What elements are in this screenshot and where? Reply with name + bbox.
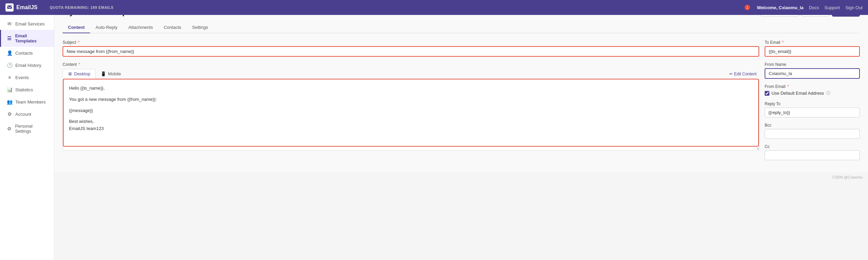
- welcome-text: Welcome, Cxiaomu_la: [757, 5, 803, 10]
- sidebar-label-events: Events: [15, 75, 29, 80]
- main-content: My Default Template ⬡ Playground ✉ Test …: [54, 0, 868, 172]
- content-required: *: [79, 62, 80, 67]
- info-icon[interactable]: ⓘ: [826, 90, 830, 96]
- edit-content-button[interactable]: ✏ Edit Content: [727, 70, 759, 78]
- content-area: Subject * Content * 🖥 Desktop: [63, 40, 860, 166]
- from-email-required: *: [787, 84, 789, 89]
- personal-settings-icon: ⚙: [6, 126, 12, 131]
- editor-tab-bar: 🖥 Desktop 📱 Mobile ✏ Edit Content: [63, 69, 759, 79]
- top-navigation: EmailJS QUOTA REMAINING: 189 EMAILS 1 We…: [0, 0, 868, 15]
- use-default-email-row: Use Default Email Address ⓘ: [765, 90, 860, 96]
- desktop-label: Desktop: [74, 71, 90, 76]
- template-tabs: Content Auto-Reply Attachments Contacts …: [63, 22, 860, 33]
- sidebar-label-account: Account: [15, 112, 31, 117]
- tab-auto-reply[interactable]: Auto-Reply: [90, 22, 123, 33]
- sidebar-label-personal-settings: Personal Settings: [15, 124, 49, 134]
- support-link[interactable]: Support: [824, 5, 840, 10]
- to-email-input[interactable]: [765, 46, 860, 57]
- email-preview[interactable]: Hello {{to_name}}, You got a new message…: [63, 79, 759, 147]
- account-icon: ⚙: [6, 111, 13, 117]
- resize-handle[interactable]: ⇲: [63, 147, 759, 150]
- preview-line-3: {{message}}: [69, 107, 753, 114]
- sidebar-item-events[interactable]: ≡ Events: [0, 71, 54, 83]
- right-panel: To Email * From Name From Email * Use De…: [765, 40, 860, 166]
- sidebar-label-team-members: Team Members: [15, 99, 46, 105]
- subject-field-group: Subject *: [63, 40, 759, 57]
- editor-section: Subject * Content * 🖥 Desktop: [63, 40, 759, 166]
- sidebar-item-contacts[interactable]: 👤 Contacts: [0, 47, 54, 59]
- editor-tab-mobile[interactable]: 📱 Mobile: [96, 69, 126, 79]
- footer: CSDN @Cxiaomu: [0, 172, 868, 182]
- sidebar-item-statistics[interactable]: 📊 Statistics: [0, 83, 54, 96]
- events-icon: ≡: [6, 75, 13, 80]
- notification-badge[interactable]: 1: [745, 5, 750, 10]
- signout-link[interactable]: Sign Out: [845, 5, 863, 10]
- tab-settings[interactable]: Settings: [187, 22, 214, 33]
- cc-field: Cc: [765, 144, 860, 160]
- sidebar-label-email-history: Email History: [15, 63, 41, 68]
- preview-line-1: Hello {{to_name}},: [69, 85, 753, 92]
- username: Cxiaomu_la: [779, 5, 803, 10]
- email-services-icon: ✉: [6, 21, 13, 26]
- sidebar-item-account[interactable]: ⚙ Account: [0, 108, 54, 120]
- tab-content[interactable]: Content: [63, 22, 90, 33]
- use-default-checkbox[interactable]: [765, 91, 769, 96]
- mobile-icon: 📱: [101, 71, 106, 76]
- quota-text: QUOTA REMAINING: 189 EMAILS: [50, 5, 114, 10]
- cc-input[interactable]: [765, 150, 860, 160]
- statistics-icon: 📊: [6, 87, 13, 92]
- sidebar-label-email-services: Email Services: [15, 21, 45, 26]
- sidebar-label-contacts: Contacts: [15, 51, 33, 56]
- reply-to-field: Reply To: [765, 101, 860, 117]
- tab-attachments[interactable]: Attachments: [123, 22, 158, 33]
- bcc-field: Bcc: [765, 123, 860, 139]
- to-email-required: *: [782, 40, 784, 45]
- logo: EmailJS: [5, 3, 37, 12]
- subject-input[interactable]: [63, 46, 759, 57]
- desktop-icon: 🖥: [68, 71, 72, 76]
- email-templates-icon: ☰: [6, 36, 12, 41]
- preview-line-2: You got a new message from {{from_name}}…: [69, 96, 753, 103]
- cc-label: Cc: [765, 144, 860, 149]
- subject-label: Subject *: [63, 40, 759, 45]
- to-email-label: To Email *: [765, 40, 860, 45]
- edit-icon: ✏: [729, 72, 733, 76]
- email-preview-wrapper: Hello {{to_name}}, You got a new message…: [63, 79, 759, 151]
- sidebar-item-email-services[interactable]: ✉ Email Services: [0, 18, 54, 30]
- mobile-label: Mobile: [108, 71, 121, 76]
- logo-text: EmailJS: [16, 4, 37, 11]
- sidebar-item-personal-settings[interactable]: ⚙ Personal Settings: [0, 120, 54, 137]
- from-name-label: From Name: [765, 62, 860, 67]
- sidebar: ✉ Email Services ☰ Email Templates 👤 Con…: [0, 15, 54, 182]
- from-email-field: From Email * Use Default Email Address ⓘ: [765, 84, 860, 96]
- svg-rect-0: [7, 5, 12, 9]
- footer-text: CSDN @Cxiaomu: [832, 175, 863, 179]
- nav-left: EmailJS QUOTA REMAINING: 189 EMAILS: [5, 3, 114, 12]
- contacts-icon: 👤: [6, 50, 13, 56]
- sidebar-item-email-history[interactable]: 🕐 Email History: [0, 59, 54, 71]
- preview-line-4: Best wishes,EmailJS team123: [69, 118, 753, 132]
- email-history-icon: 🕐: [6, 62, 13, 68]
- bcc-label: Bcc: [765, 123, 860, 128]
- sidebar-item-email-templates[interactable]: ☰ Email Templates: [0, 30, 54, 47]
- content-label: Content *: [63, 62, 759, 67]
- logo-icon: [5, 3, 14, 12]
- docs-link[interactable]: Docs: [809, 5, 819, 10]
- sidebar-label-email-templates: Email Templates: [15, 33, 49, 43]
- team-members-icon: 👥: [6, 99, 13, 105]
- reply-to-label: Reply To: [765, 101, 860, 106]
- editor-tab-group: 🖥 Desktop 📱 Mobile: [63, 69, 126, 79]
- subject-required: *: [78, 40, 80, 45]
- tab-contacts[interactable]: Contacts: [158, 22, 187, 33]
- bcc-input[interactable]: [765, 129, 860, 139]
- edit-content-label: Edit Content: [734, 72, 756, 76]
- editor-tab-desktop[interactable]: 🖥 Desktop: [63, 69, 96, 79]
- reply-to-input[interactable]: [765, 108, 860, 117]
- use-default-label: Use Default Email Address: [771, 91, 824, 96]
- sidebar-item-team-members[interactable]: 👥 Team Members: [0, 96, 54, 108]
- nav-right: 1 Welcome, Cxiaomu_la Docs Support Sign …: [745, 5, 863, 10]
- from-name-field: From Name: [765, 62, 860, 79]
- from-email-label: From Email *: [765, 84, 860, 89]
- sidebar-label-statistics: Statistics: [15, 87, 33, 92]
- from-name-input[interactable]: [765, 68, 860, 79]
